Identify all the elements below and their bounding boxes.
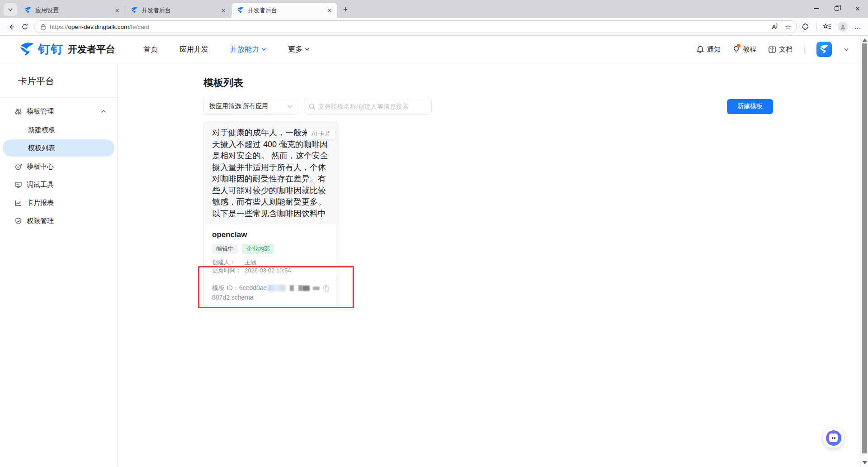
site-header: 钉钉 开发者平台 首页 应用开发 开放能力 更多 通知 教程 <box>0 36 868 63</box>
assistant-gradient-ring <box>826 430 841 446</box>
card-meta: 创建人： 王涵 更新时间： 2026-03-02 10:54 <box>212 258 330 274</box>
header-actions: 通知 教程 文档 <box>696 42 849 57</box>
browser-tab-2[interactable]: 开发者后台 ✕ <box>125 3 231 18</box>
copy-icon[interactable] <box>323 285 330 292</box>
sidebar-item-template-center[interactable]: 模板中心 <box>3 157 114 176</box>
url-host: open-dev.dingtalk.com <box>68 24 129 30</box>
redacted-icon <box>313 286 320 290</box>
tab-close-icon[interactable]: ✕ <box>113 6 121 14</box>
notifications-button[interactable]: 通知 <box>696 45 721 54</box>
app-filter-value: 按应用筛选 所有应用 <box>209 102 268 110</box>
creator-value: 王涵 <box>245 258 256 267</box>
page-title: 模板列表 <box>203 76 773 90</box>
close-window-button[interactable]: ✕ <box>847 0 868 17</box>
redacted-icon <box>302 286 310 291</box>
docs-button[interactable]: 文档 <box>768 45 793 54</box>
back-button[interactable] <box>5 20 18 33</box>
dingtalk-favicon <box>131 7 138 14</box>
nav-open-capabilities[interactable]: 开放能力 <box>230 45 266 54</box>
sidebar-group-label: 模板管理 <box>27 107 54 116</box>
scroll-up-arrow[interactable] <box>863 38 867 42</box>
dingtalk-wing-icon <box>819 44 829 54</box>
app-filter-select[interactable]: 按应用筛选 所有应用 <box>203 98 298 115</box>
url-scheme: https:// <box>50 24 68 30</box>
browser-tab-3-active[interactable]: 开发者后台 ✕ <box>231 3 337 18</box>
sidebar-title: 卡片平台 <box>0 63 117 97</box>
minimize-button[interactable] <box>806 0 826 17</box>
primary-nav: 首页 应用开发 开放能力 更多 <box>143 45 310 54</box>
refresh-icon <box>21 23 28 30</box>
new-tab-button[interactable]: + <box>339 3 352 16</box>
main-content: 模板列表 按应用筛选 所有应用 新建模板 对于健康的成年人，一般来说每 天摄入 <box>118 63 868 467</box>
tab-close-icon[interactable]: ✕ <box>219 6 227 14</box>
page-scrollbar[interactable] <box>860 36 868 467</box>
chevron-down-icon[interactable] <box>844 48 849 52</box>
sidebar-item-template-list[interactable]: 模板列表 <box>3 139 114 157</box>
address-input[interactable]: https://open-dev.dingtalk.com/fe/card A)… <box>34 20 797 33</box>
assistant-fab-button[interactable] <box>823 427 844 448</box>
card-preview-text: 对于健康的成年人，一般来说每 天摄入不超过 400 毫克的咖啡因 是相对安全的。… <box>212 127 330 219</box>
dingtalk-logo[interactable]: 钉钉 开发者平台 <box>19 41 115 57</box>
search-input[interactable] <box>318 103 427 110</box>
creator-row: 创建人： 王涵 <box>212 258 330 267</box>
chevron-up-icon <box>101 110 106 113</box>
page-body: 卡片平台 模板管理 新建模板 模板列表 <box>0 63 868 467</box>
template-search <box>304 98 432 115</box>
dingtalk-wing-icon <box>19 42 34 57</box>
template-id-label: 模板 ID： <box>212 283 239 293</box>
updated-row: 更新时间： 2026-03-02 10:54 <box>212 267 330 275</box>
tab-search-button[interactable] <box>4 3 17 16</box>
restore-button[interactable] <box>826 0 847 17</box>
template-id-section: 模板 ID： 6cedd0ae 887d2.schema <box>204 279 338 307</box>
read-aloud-button[interactable]: A) <box>772 23 777 30</box>
status-badge: 编辑中 <box>212 244 238 254</box>
tab-title: 开发者后台 <box>248 6 326 14</box>
scroll-down-arrow[interactable] <box>863 461 867 464</box>
sliders-icon <box>14 108 22 115</box>
browser-tab-1[interactable]: 应用设置 ✕ <box>19 3 125 18</box>
dingtalk-favicon <box>24 7 32 14</box>
browser-essentials-icon[interactable] <box>802 23 810 31</box>
brand-text: 开发者平台 <box>68 43 115 56</box>
tab-close-icon[interactable]: ✕ <box>326 6 334 14</box>
sidebar-item-card-reports[interactable]: 卡片报表 <box>3 194 114 212</box>
person-icon <box>840 24 846 30</box>
sidebar-item-permission-management[interactable]: 权限管理 <box>3 212 114 230</box>
refresh-button[interactable] <box>18 20 32 33</box>
lock-icon <box>40 24 46 30</box>
browser-addressbar: https://open-dev.dingtalk.com/fe/card A)… <box>0 18 868 36</box>
sidebar-group-template-management[interactable]: 模板管理 <box>3 102 114 120</box>
debug-monitor-icon <box>14 181 22 189</box>
divider <box>804 44 805 54</box>
nav-app-dev[interactable]: 应用开发 <box>179 45 208 54</box>
assistant-icon <box>829 434 838 442</box>
chevron-down-icon <box>305 48 310 51</box>
browser-profile-avatar[interactable] <box>838 22 848 32</box>
logo-text: 钉钉 <box>38 41 63 57</box>
tutorial-button[interactable]: 教程 <box>732 45 756 54</box>
shield-check-icon <box>14 217 22 225</box>
template-card[interactable]: 对于健康的成年人，一般来说每 天摄入不超过 400 毫克的咖啡因 是相对安全的。… <box>203 122 338 307</box>
user-avatar[interactable] <box>816 42 832 57</box>
search-icon <box>309 103 316 110</box>
updated-label: 更新时间： <box>212 267 245 275</box>
template-id-suffix: 887d2.schema <box>212 293 330 302</box>
scrollbar-thumb[interactable] <box>862 43 867 453</box>
dingtalk-favicon <box>237 7 244 14</box>
tab-title: 应用设置 <box>35 6 113 14</box>
bell-icon <box>696 45 704 54</box>
new-template-button[interactable]: 新建模板 <box>727 99 773 114</box>
browser-menu-button[interactable]: … <box>854 23 862 31</box>
sidebar-item-debug-tools[interactable]: 调试工具 <box>3 176 114 194</box>
nav-more[interactable]: 更多 <box>288 45 310 54</box>
notification-dot <box>737 44 741 48</box>
template-name: openclaw <box>212 230 330 240</box>
sidebar-item-new-template[interactable]: 新建模板 <box>3 121 114 138</box>
favorites-bar-icon[interactable] <box>823 23 831 31</box>
tab-title: 开发者后台 <box>142 6 219 14</box>
addressbar-actions: … <box>802 22 862 32</box>
favorite-star-icon[interactable]: ☆ <box>785 23 791 31</box>
chevron-down-icon <box>287 105 292 108</box>
nav-home[interactable]: 首页 <box>143 45 158 54</box>
url-path: /fe/card <box>129 24 149 30</box>
